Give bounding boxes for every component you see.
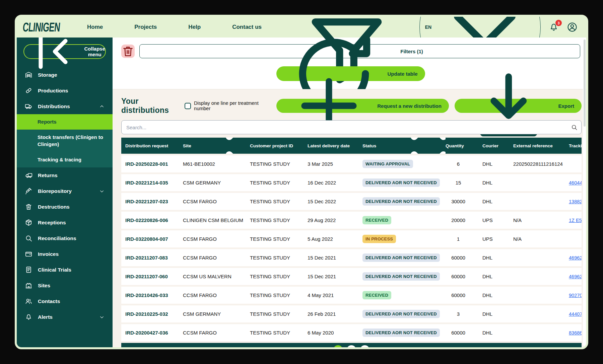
sidebar-item-label: Clinical Trials: [38, 267, 71, 273]
sidebar-item-invoices[interactable]: Invoices: [17, 246, 113, 262]
search-input[interactable]: [121, 120, 582, 134]
sidebar-item-receptions[interactable]: Receptions: [17, 215, 113, 230]
nav-item-home[interactable]: Home: [87, 24, 103, 30]
sidebar-item-clinical-trials[interactable]: Clinical Trials: [17, 262, 113, 278]
table-row[interactable]: IRD-20200427-036CCSM FARGOTESTING STUDY6…: [121, 324, 582, 341]
pagination: 123: [121, 343, 582, 349]
tracking-link[interactable]: 46044589: [569, 180, 582, 186]
table-row[interactable]: IRD-02220826-006CLINIGEN CSM BELGIUMTEST…: [121, 212, 582, 229]
col-header-tracking-number[interactable]: Tracking number: [569, 143, 582, 148]
one-line-checkbox-label[interactable]: Display one line per treatment number: [185, 100, 271, 111]
status-badge: RECEIVED: [362, 216, 391, 224]
cell-quantity: 60000: [446, 274, 482, 279]
cell-customer-project-id: TESTING STUDY: [250, 161, 308, 167]
col-header-courier[interactable]: Courier: [482, 138, 513, 154]
sidebar-submenu-distributions: ReportsStock transfers (Clinigen to Clin…: [17, 114, 113, 167]
content-header: Your distributions Display one line per …: [121, 97, 582, 115]
cell-quantity: 6: [446, 161, 482, 167]
collapse-menu-button[interactable]: Collapse menu: [23, 44, 106, 59]
one-line-checkbox[interactable]: [185, 103, 191, 109]
cell-customer-project-id: TESTING STUDY: [250, 180, 308, 186]
scrollbar-thumb[interactable]: [584, 40, 586, 127]
cell-latest-delivery-date: 4 May 2021: [308, 292, 362, 298]
sidebar-item-destructions[interactable]: Destructions: [17, 199, 113, 215]
document-icon: [25, 266, 32, 274]
col-header-label: External reference: [513, 143, 553, 148]
col-header-latest-delivery-date[interactable]: Latest delivery date: [308, 138, 362, 154]
search-icon: [571, 124, 578, 131]
sidebar-item-biorepository[interactable]: Biorepository: [17, 183, 113, 199]
col-header-label: Tracking number: [569, 143, 582, 148]
col-header-site[interactable]: Site: [183, 138, 250, 154]
status-badge: DELIVERED AOR NOT RECEIVED: [362, 178, 440, 187]
header-controls: Display one line per treatment number Re…: [185, 99, 582, 113]
cell-status: DELIVERED AOR NOT RECEIVED: [362, 253, 446, 262]
tracking-link[interactable]: 1Z E58 V7: [569, 218, 582, 223]
nav-item-help[interactable]: Help: [188, 24, 201, 30]
table-row[interactable]: IRD-03220804-007CCSM FARGOTESTING STUDY5…: [121, 230, 582, 247]
truck-return-icon: [25, 171, 32, 179]
cell-distribution-request: IRD-20211207-060: [125, 274, 183, 279]
cell-distribution-request: IRD-03220804-007: [125, 236, 183, 242]
cell-quantity: 60000: [446, 330, 482, 336]
cell-latest-delivery-date: 15 Dec 2022: [308, 199, 362, 204]
nav-item-contact-us[interactable]: Contact us: [232, 24, 262, 30]
col-header-customer-project-id[interactable]: Customer project ID: [250, 138, 308, 154]
sidebar-subitem-stock-transfers-clinigen-to-clinigen[interactable]: Stock transfers (Clinigen to Clinigen): [17, 130, 113, 152]
cell-site: CLINIGEN CSM BELGIUM: [183, 217, 250, 223]
table-row[interactable]: IRD-20210225-032CSM GERMANYTESTING STUDY…: [121, 305, 582, 322]
sidebar-item-label: Distributions: [38, 103, 70, 110]
page-button-3[interactable]: 3: [360, 345, 370, 349]
table-row[interactable]: IRD-20211207-060CCSM US MALVERNTESTING S…: [121, 268, 582, 285]
cell-customer-project-id: TESTING STUDY: [250, 311, 308, 317]
tracking-link[interactable]: 83686064: [569, 330, 582, 336]
page-button-2[interactable]: 2: [347, 345, 356, 349]
table-row[interactable]: IRD-20210426-033CCSM FARGOTESTING STUDY4…: [121, 287, 582, 304]
cell-distribution-request: IRD-02220826-006: [125, 217, 183, 223]
vertical-scrollbar[interactable]: [583, 39, 586, 346]
tracking-link[interactable]: 13882108: [569, 199, 582, 204]
col-header-quantity[interactable]: Quantity: [446, 138, 482, 154]
sidebar-item-reconciliations[interactable]: Reconciliations: [17, 230, 113, 246]
notifications-button[interactable]: 3: [549, 22, 559, 32]
trash-icon: [25, 203, 32, 211]
cell-status: DELIVERED AOR NOT RECEIVED: [362, 272, 446, 281]
cell-customer-project-id: TESTING STUDY: [250, 217, 308, 223]
tracking-link[interactable]: 46962721: [569, 274, 582, 279]
sort-icon: [352, 138, 362, 154]
sidebar-item-sites[interactable]: Sites: [17, 278, 113, 293]
clear-filters-button[interactable]: [121, 45, 135, 58]
sidebar-item-alerts[interactable]: Alerts: [17, 309, 113, 325]
desktop-background: CLINIGEN HomeProjectsHelpContact us EN 3: [0, 0, 603, 364]
sidebar-subitem-tracking-tracing[interactable]: Tracking & tracing: [17, 152, 113, 167]
sidebar-item-contacts[interactable]: Contacts: [17, 293, 113, 309]
tracking-link[interactable]: 44407667: [569, 311, 582, 317]
table-row[interactable]: IRD-20250228-001M61-BE10002TESTING STUDY…: [121, 155, 582, 172]
tracking-link[interactable]: 46962954: [569, 255, 582, 261]
cell-latest-delivery-date: 5 Aug 2022: [308, 236, 362, 242]
export-button[interactable]: Export: [455, 99, 582, 113]
sidebar-item-returns[interactable]: Returns: [17, 167, 113, 183]
nav-item-projects[interactable]: Projects: [134, 24, 157, 30]
request-distribution-button[interactable]: Request a new distribution: [276, 99, 449, 113]
cell-courier: UPS: [482, 236, 513, 242]
status-badge: IN PROCESS: [362, 235, 396, 243]
sidebar-subitem-reports[interactable]: Reports: [17, 114, 113, 130]
cell-customer-project-id: TESTING STUDY: [250, 255, 308, 261]
table-row[interactable]: IRD-20211207-083CCSM FARGOTESTING STUDY1…: [121, 249, 582, 266]
sort-icon: [295, 138, 308, 154]
sidebar-item-productions[interactable]: Productions: [17, 83, 113, 98]
cell-latest-delivery-date: 6 May 2020: [308, 330, 362, 336]
table-row[interactable]: IRD-20221214-035CSM GERMANYTESTING STUDY…: [121, 174, 582, 191]
table-row[interactable]: IRD-20221207-023CCSM FARGOTESTING STUDY1…: [121, 193, 582, 210]
body-row: Collapse menu StorageProductionsDistribu…: [17, 38, 586, 347]
account-button[interactable]: [567, 22, 578, 32]
col-header-status[interactable]: Status: [362, 138, 446, 154]
col-header-external-reference[interactable]: External reference: [513, 138, 569, 154]
status-badge: RECEIVED: [362, 291, 391, 299]
page-button-1[interactable]: 1: [333, 345, 343, 349]
sidebar-item-distributions[interactable]: Distributions: [17, 98, 113, 114]
tracking-link[interactable]: 90270050: [569, 293, 582, 298]
table-body: IRD-20250228-001M61-BE10002TESTING STUDY…: [121, 154, 582, 341]
col-header-distribution-request[interactable]: Distribution request: [125, 138, 183, 154]
